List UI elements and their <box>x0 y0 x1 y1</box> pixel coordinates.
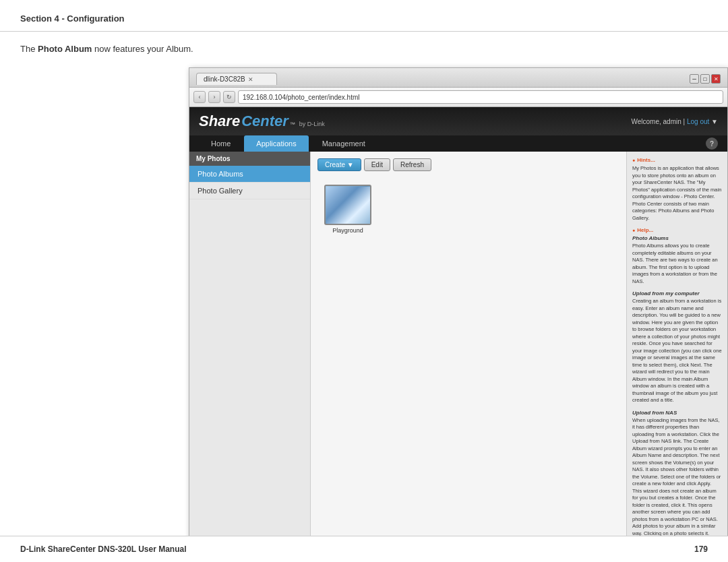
hints-title-2: Help... <box>632 227 722 233</box>
hints-section-2: Help... Photo Albums Photo Albums allows… <box>632 227 722 285</box>
nav-management[interactable]: Management <box>310 135 377 152</box>
nas-content: My Photos Photo Albums Photo Gallery Cre… <box>189 152 727 555</box>
main-toolbar: Create ▼ Edit Refresh <box>317 158 619 171</box>
edit-button[interactable]: Edit <box>364 158 390 171</box>
nas-ui: ShareCenter™ by D-Link Welcome, admin | … <box>189 107 727 562</box>
logo-by: by D-Link <box>299 121 325 127</box>
footer-title: D-Link ShareCenter DNS-320L User Manual <box>20 544 187 554</box>
create-button[interactable]: Create ▼ <box>317 158 361 171</box>
help-button[interactable]: ? <box>706 137 718 150</box>
logo-center: Center <box>241 113 289 130</box>
footer-page: 179 <box>694 544 708 554</box>
logout-link[interactable]: Log out <box>687 118 709 125</box>
hints-text-2: Photo Albums allows you to create comple… <box>632 243 722 285</box>
nas-nav: Home Applications Management ? <box>189 135 727 152</box>
album-thumb-img <box>326 187 370 224</box>
refresh-button[interactable]: Refresh <box>393 158 431 171</box>
browser-toolbar: ‹ › ↻ <box>189 88 727 107</box>
address-bar[interactable] <box>238 90 723 104</box>
tab-label: dlink-D3C82B <box>204 75 245 83</box>
minimize-button[interactable]: ─ <box>690 74 699 84</box>
nav-applications[interactable]: Applications <box>244 135 308 152</box>
hints-text-1: My Photos is an application that allows … <box>632 165 722 222</box>
nav-home[interactable]: Home <box>199 135 243 152</box>
window-controls: ─ □ ✕ <box>690 74 721 84</box>
section-title: Section 4 - Configuration <box>20 13 125 24</box>
hints-subtitle-4: Upload from NAS <box>632 410 722 416</box>
intro-suffix: now features your Album. <box>92 44 193 54</box>
hints-section-3: Upload from my computer Creating an albu… <box>632 290 722 404</box>
nas-sidebar: My Photos Photo Albums Photo Gallery <box>189 152 311 555</box>
browser-tab-bar: dlink-D3C82B ✕ <box>196 73 277 85</box>
nas-main: Create ▼ Edit Refresh Playground <box>311 152 626 555</box>
sidebar-header: My Photos <box>189 152 310 166</box>
hints-text-3: Creating an album from a workstation is … <box>632 298 722 404</box>
intro-text: The Photo Album now features your Album. <box>0 32 728 61</box>
maximize-button[interactable]: □ <box>700 74 710 84</box>
back-button[interactable]: ‹ <box>193 91 206 103</box>
sidebar-item-photo-albums[interactable]: Photo Albums <box>189 166 310 183</box>
nas-header: ShareCenter™ by D-Link Welcome, admin | … <box>189 107 727 135</box>
close-button[interactable]: ✕ <box>711 74 721 84</box>
nas-logo: ShareCenter™ by D-Link <box>199 113 325 130</box>
refresh-button[interactable]: ↻ <box>223 91 235 103</box>
logo-share: Share <box>199 113 240 130</box>
album-label: Playground <box>324 227 371 234</box>
page-footer: D-Link ShareCenter DNS-320L User Manual … <box>0 536 728 562</box>
hints-subtitle-2: Photo Albums <box>632 235 722 241</box>
browser-tab[interactable]: dlink-D3C82B ✕ <box>196 73 277 85</box>
hints-section-4: Upload from NAS When uploading images fr… <box>632 410 722 544</box>
tab-close-icon[interactable]: ✕ <box>248 76 253 83</box>
nas-hints: Hints... My Photos is an application tha… <box>626 152 727 555</box>
welcome-text: Welcome, admin <box>631 118 681 125</box>
page-header: Section 4 - Configuration <box>0 0 728 32</box>
album-item[interactable]: Playground <box>324 185 371 234</box>
forward-button[interactable]: › <box>208 91 220 103</box>
logo-tm: ™ <box>290 121 295 127</box>
album-grid: Playground <box>317 178 619 241</box>
album-thumbnail <box>324 185 371 225</box>
browser-container: dlink-D3C82B ✕ ─ □ ✕ ‹ › ↻ ShareCenter™ … <box>189 67 728 562</box>
hints-title-1: Hints... <box>632 157 722 163</box>
hints-subtitle-3: Upload from my computer <box>632 290 722 296</box>
sidebar-item-photo-gallery[interactable]: Photo Gallery <box>189 183 310 199</box>
nas-welcome: Welcome, admin | Log out ▼ <box>631 118 718 125</box>
browser-chrome: dlink-D3C82B ✕ ─ □ ✕ <box>189 68 727 88</box>
hints-section-1: Hints... My Photos is an application tha… <box>632 157 722 222</box>
photo-album-bold: Photo Album <box>38 44 92 54</box>
hints-text-4: When uploading images from the NAS, it h… <box>632 417 722 544</box>
